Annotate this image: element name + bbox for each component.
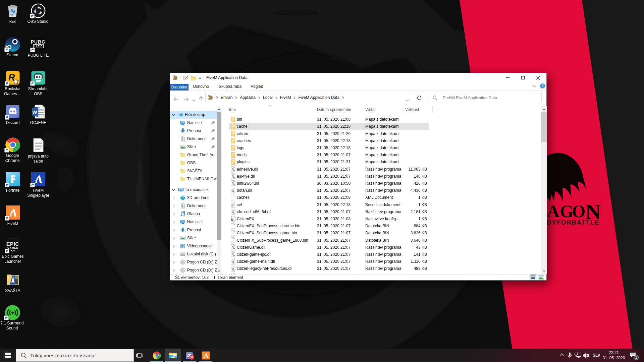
svg-text:LITE: LITE (34, 45, 43, 48)
svg-text:EPIC: EPIC (6, 241, 19, 247)
svg-text:W: W (33, 109, 38, 115)
svg-text:PUBG: PUBG (31, 39, 46, 45)
